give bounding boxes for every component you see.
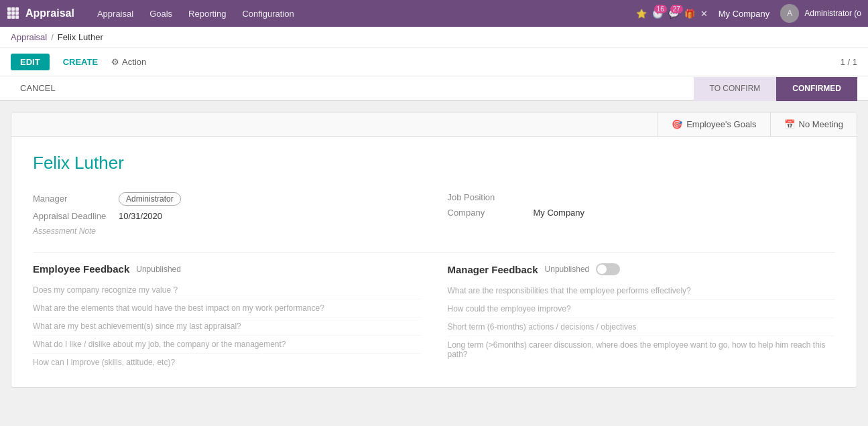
action-dropdown[interactable]: ⚙ Action <box>111 57 146 67</box>
target-icon: 🎯 <box>672 119 682 129</box>
svg-rect-4 <box>11 11 15 15</box>
grid-icon[interactable] <box>7 7 19 21</box>
deadline-value: 10/31/2020 <box>119 211 162 221</box>
company-field: Company My Company <box>448 205 836 220</box>
star-icon[interactable]: ⭐ <box>636 9 647 19</box>
form-card: 🎯 Employee's Goals 📅 No Meeting Felix Lu… <box>11 112 857 388</box>
manager-q4[interactable]: Long term (>6months) career discussion, … <box>448 336 836 363</box>
employee-name: Felix Luther <box>33 153 835 173</box>
employee-goals-label: Employee's Goals <box>686 119 756 129</box>
manager-feedback-section: Manager Feedback Unpublished What are th… <box>448 263 836 371</box>
activities-badge: 16 <box>654 5 667 13</box>
svg-rect-0 <box>7 7 11 11</box>
svg-rect-3 <box>7 11 11 15</box>
manager-feedback-header: Manager Feedback Unpublished <box>448 263 836 275</box>
manager-feedback-toggle[interactable] <box>596 263 620 275</box>
job-position-field: Job Position <box>448 190 836 205</box>
svg-rect-7 <box>11 15 15 19</box>
top-navigation: Appraisal Appraisal Goals Reporting Conf… <box>0 0 868 27</box>
nav-reporting[interactable]: Reporting <box>182 9 233 19</box>
feedback-q3[interactable]: What are my best achievement(s) since my… <box>33 317 421 336</box>
manager-feedback-title: Manager Feedback <box>448 264 538 275</box>
breadcrumb: Appraisal / Felix Luther <box>0 27 868 48</box>
user-name: Administrator (o <box>804 9 861 18</box>
breadcrumb-separator: / <box>51 32 54 42</box>
nav-appraisal[interactable]: Appraisal <box>90 9 140 19</box>
user-avatar[interactable]: A <box>780 4 799 23</box>
svg-rect-8 <box>15 15 19 19</box>
step-to-confirm[interactable]: TO CONFIRM <box>694 77 777 101</box>
main-content: 🎯 Employee's Goals 📅 No Meeting Felix Lu… <box>0 101 868 426</box>
company-name: My Company <box>719 9 770 19</box>
employee-feedback-header: Employee Feedback Unpublished <box>33 263 421 275</box>
feedback-q4[interactable]: What do I like / dislike about my job, t… <box>33 336 421 354</box>
job-position-label: Job Position <box>448 192 528 202</box>
feedback-q1[interactable]: Does my company recognize my value ? <box>33 281 421 299</box>
employee-feedback-status: Unpublished <box>136 265 181 274</box>
status-bar: CANCEL TO CONFIRM CONFIRMED <box>0 76 868 101</box>
manager-q2[interactable]: How could the employee improve? <box>448 300 836 318</box>
close-icon[interactable]: ✕ <box>700 9 708 19</box>
manager-q1[interactable]: What are the responsibilities that the e… <box>448 282 836 300</box>
breadcrumb-parent[interactable]: Appraisal <box>11 32 47 42</box>
gift-icon[interactable]: 🎁 <box>684 9 695 19</box>
company-label: Company <box>448 208 528 218</box>
company-value: My Company <box>534 208 585 218</box>
step-confirmed[interactable]: CONFIRMED <box>776 77 857 101</box>
employee-feedback-title: Employee Feedback <box>33 263 129 275</box>
deadline-field: Appraisal Deadline 10/31/2020 <box>33 208 421 224</box>
manager-q3[interactable]: Short term (6-months) actions / decision… <box>448 318 836 336</box>
nav-configuration[interactable]: Configuration <box>235 9 300 19</box>
divider <box>33 252 835 253</box>
no-meeting-label: No Meeting <box>799 119 843 129</box>
edit-button[interactable]: EDIT <box>11 54 50 70</box>
card-tabs: 🎯 Employee's Goals 📅 No Meeting <box>11 113 857 137</box>
employee-feedback-section: Employee Feedback Unpublished Does my co… <box>33 263 421 371</box>
manager-feedback-status: Unpublished <box>545 265 590 274</box>
form-body: Felix Luther Manager Administrator Appra… <box>11 137 857 387</box>
assessment-note: Assessment Note <box>33 226 421 236</box>
calendar-icon: 📅 <box>784 119 795 129</box>
feedback-q2[interactable]: What are the elements that would have th… <box>33 299 421 317</box>
app-title: Appraisal <box>25 7 74 19</box>
cancel-button[interactable]: CANCEL <box>11 76 65 100</box>
record-counter: 1 / 1 <box>841 57 857 67</box>
feedback-q5[interactable]: How can I improve (skills, attitude, etc… <box>33 354 421 371</box>
action-label: Action <box>122 57 146 67</box>
deadline-label: Appraisal Deadline <box>33 211 113 221</box>
svg-rect-6 <box>7 15 11 19</box>
tab-employee-goals[interactable]: 🎯 Employee's Goals <box>658 113 769 136</box>
create-button[interactable]: CREATE <box>55 54 106 70</box>
svg-rect-5 <box>15 11 19 15</box>
manager-label: Manager <box>33 194 113 204</box>
manager-field: Manager Administrator <box>33 190 421 208</box>
status-steps: TO CONFIRM CONFIRMED <box>694 77 857 100</box>
form-fields: Manager Administrator Appraisal Deadline… <box>33 190 835 236</box>
tab-no-meeting[interactable]: 📅 No Meeting <box>770 113 857 136</box>
feedback-grid: Employee Feedback Unpublished Does my co… <box>33 263 835 371</box>
clock-icon[interactable]: 🕐 16 <box>652 9 663 19</box>
svg-rect-2 <box>15 7 19 11</box>
breadcrumb-current: Felix Luther <box>58 32 103 42</box>
svg-rect-1 <box>11 7 15 11</box>
chat-icon[interactable]: 💬 27 <box>668 9 679 19</box>
messages-badge: 27 <box>670 5 683 13</box>
nav-goals[interactable]: Goals <box>143 9 179 19</box>
gear-icon: ⚙ <box>111 57 119 67</box>
action-bar: EDIT CREATE ⚙ Action 1 / 1 <box>0 48 868 76</box>
manager-value[interactable]: Administrator <box>119 192 181 206</box>
